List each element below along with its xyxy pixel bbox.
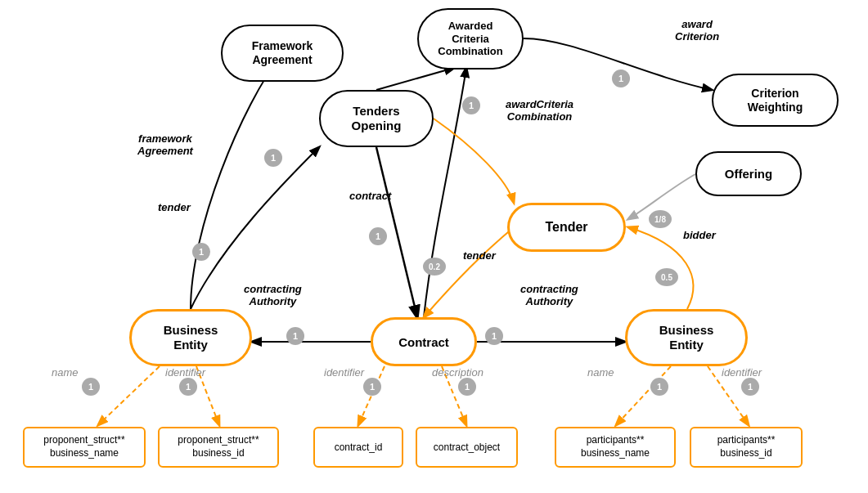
badge-bidder-05: 0.5 [655,268,678,286]
badge-tender-1: 1 [192,243,210,261]
badge-identifier-center: 1 [363,378,381,396]
description-center-label: description [432,366,483,379]
criterion-weighting-label: CriterionWeighting [748,87,803,114]
tender-left-label: tender [158,201,191,213]
participants-name-node: participants**business_name [555,427,676,468]
badge-contract-left: 1 [286,327,304,345]
badge-award-criterion: 1 [612,69,630,87]
contract-rel-label: contract [349,190,391,202]
badge-contract: 1 [369,227,387,245]
name-right-label: name [587,366,614,379]
participants-id-node: participants**business_id [690,427,803,468]
badge-name-right: 1 [650,378,668,396]
proponent-id-node: proponent_struct**business_id [158,427,279,468]
proponent-name-label: proponent_struct**business_name [43,434,124,459]
awarded-criteria-label: AwardedCriteriaCombination [438,20,502,58]
contract-object-label: contract_object [434,441,500,453]
badge-contract-right: 1 [485,327,503,345]
badge-tender-02: 0.2 [423,258,446,276]
tenders-opening-node: TendersOpening [319,90,434,147]
tenders-opening-label: TendersOpening [352,104,402,133]
badge-description-center: 1 [458,378,476,396]
contract-node: Contract [371,317,477,366]
framework-agreement-node: Framework Agreement [221,25,344,82]
contract-label: Contract [398,335,449,349]
tender-label: Tender [545,220,587,235]
awarded-criteria-node: AwardedCriteriaCombination [417,8,524,69]
badge-awarded-criteria: 1 [462,96,480,114]
badge-name-left: 1 [82,378,100,396]
badge-framework: 1 [264,149,282,167]
criterion-weighting-node: CriterionWeighting [712,74,839,127]
badge-identifier-left2: 1 [179,378,197,396]
identifier-left2-label: identifier [165,366,205,379]
proponent-id-label: proponent_struct**business_id [178,434,259,459]
proponent-name-node: proponent_struct**business_name [23,427,146,468]
tender-node: Tender [507,203,626,252]
business-entity-left-label: BusinessEntity [164,323,218,352]
award-criterion-label: awardCriterion [675,18,719,43]
contract-id-label: contract_id [335,441,383,453]
business-entity-right-label: BusinessEntity [659,323,714,352]
award-criteria-combination-label: awardCriteriaCombination [506,98,573,123]
offering-label: Offering [725,167,772,181]
business-entity-right-node: BusinessEntity [625,309,748,366]
business-entity-left-node: BusinessEntity [129,309,252,366]
tender-right-label: tender [463,249,496,262]
offering-node: Offering [695,151,802,196]
contract-object-node: contract_object [416,427,518,468]
diagram: Framework Agreement AwardedCriteriaCombi… [0,0,868,493]
badge-offering: 1/8 [649,210,672,228]
framework-agreement-label: Framework Agreement [223,39,342,67]
identifier-right-label: identifier [722,366,762,379]
identifier-center-label: identifier [324,366,364,379]
framework-agreement-relation-label: frameworkAgreement [137,132,193,157]
contracting-authority-left-label: contractingAuthority [244,283,302,307]
contract-id-node: contract_id [313,427,403,468]
contracting-authority-right-label: contractingAuthority [520,283,578,307]
bidder-label: bidder [683,229,716,241]
badge-identifier-right: 1 [741,378,759,396]
name-left-label: name [52,366,79,379]
participants-name-label: participants**business_name [581,434,650,459]
participants-id-label: participants**business_id [717,434,776,459]
